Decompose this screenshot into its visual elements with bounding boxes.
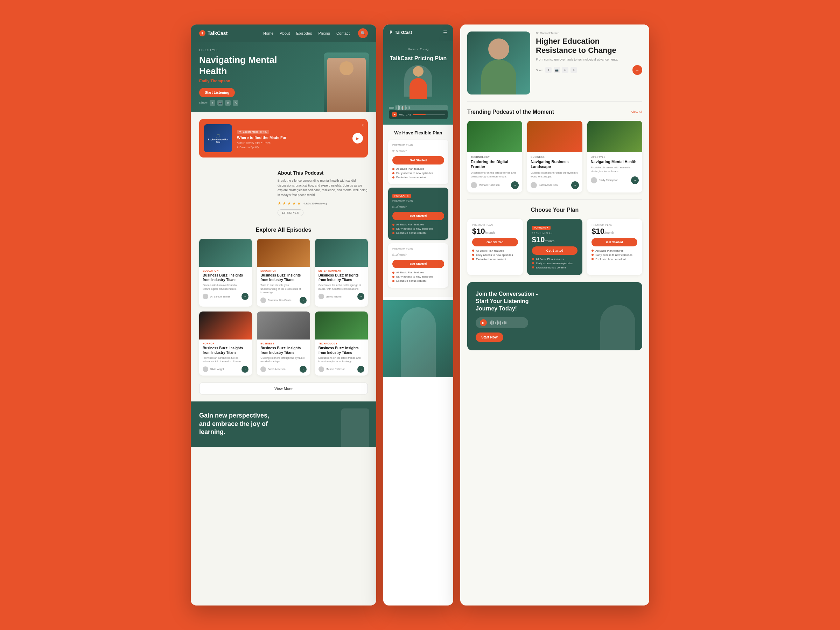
episode-footer-3: James Mitchell → <box>319 293 364 300</box>
logo-icon-2: 🎙 <box>389 30 393 35</box>
episode-arrow-2[interactable]: → <box>300 297 306 304</box>
navbar-2: 🎙 TalkCast ☰ <box>383 25 453 41</box>
episode-category-2: EDUCATION <box>261 270 306 272</box>
hero-2: Home › Pricing TalkCast Pricing Plan <box>383 41 453 125</box>
episode-title-2: Business Buzz: Insights from Industry Ti… <box>261 273 306 282</box>
hero-tag: LIFESTYLE <box>199 48 368 52</box>
cp-popular-badge-2: POPULAR ★ <box>532 226 551 230</box>
episode-thumb-5 <box>257 311 310 339</box>
hero-title-3: Higher Education Resistance to Change <box>536 37 642 55</box>
choose-grid: PREMIUM PLAN $10/month Get Started All B… <box>467 219 642 275</box>
start-listening-button[interactable]: Start Listening <box>199 88 235 97</box>
plan-price-2: $10/month <box>392 202 444 209</box>
episode-desc-3: Celebrates the universal language of mus… <box>319 284 364 291</box>
trending-card-3: LIFESTYLE Navigating Mental Health Provi… <box>587 121 642 193</box>
cp-get-btn-1[interactable]: Get Started <box>472 238 518 246</box>
cp-feature-1-2: Early access to new episodes <box>472 253 518 257</box>
spotify-icon: ♫ <box>361 123 364 127</box>
nav-home[interactable]: Home <box>263 31 273 35</box>
cp-label-3: PREMIUM PLAN <box>592 224 637 226</box>
episode-author-1: Dr. Samuel Turner <box>203 294 230 299</box>
view-all-link[interactable]: View All <box>632 110 642 114</box>
episode-thumb-4 <box>199 311 252 339</box>
episode-author-name-4: Olivia Wright <box>210 368 224 370</box>
bottom-person-shape <box>401 307 436 377</box>
share-linkedin-icon[interactable]: in <box>225 100 231 106</box>
panel-2: 🎙 TalkCast ☰ Home › Pricing TalkCast Pri… <box>383 25 453 605</box>
share-twitter-3[interactable]: 𝕏 <box>570 67 577 73</box>
trending-author-3: Emily Thompson <box>591 177 619 183</box>
progress-fill <box>413 114 426 115</box>
get-started-btn-2[interactable]: Get Started <box>392 212 444 220</box>
episode-arrow-3[interactable]: → <box>357 293 364 300</box>
cp-price-2: $10/month <box>532 236 578 243</box>
episode-thumb-1 <box>199 239 252 267</box>
trending-grid: TECHNOLOGY Exploring the Digital Frontie… <box>467 121 642 193</box>
share-facebook-3[interactable]: f <box>545 67 552 73</box>
trending-footer-3: Emily Thompson → <box>591 177 639 184</box>
episode-avatar-6 <box>319 366 324 372</box>
about-title: About This Podcast <box>278 170 368 176</box>
share-facebook-icon[interactable]: f <box>210 100 215 106</box>
plan-price-1: $10/month <box>392 146 444 153</box>
join-play-icon[interactable]: ▶ <box>480 319 487 326</box>
trending-arrow-3[interactable]: → <box>631 177 639 184</box>
cp-price-1: $10/month <box>472 227 518 235</box>
episode-title-1: Business Buzz: Insights from Industry Ti… <box>203 273 248 282</box>
logo-1[interactable]: 🎙 TalkCast <box>199 30 227 36</box>
get-started-btn-3[interactable]: Get Started <box>392 260 444 268</box>
cp-feature-1-1: All Basic Plan features <box>472 249 518 253</box>
trending-card-1: TECHNOLOGY Exploring the Digital Frontie… <box>467 121 522 193</box>
popular-badge-2: POPULAR ★ <box>392 194 411 198</box>
episode-card-6: TECHNOLOGY Business Buzz: Insights from … <box>315 311 368 376</box>
hamburger-icon[interactable]: ☰ <box>443 30 448 35</box>
episode-desc-2: Tune in and elevate your understanding a… <box>261 284 306 295</box>
cp-get-btn-3[interactable]: Get Started <box>592 238 637 246</box>
get-started-btn-1[interactable]: Get Started <box>392 156 444 164</box>
trending-body-3: LIFESTYLE Navigating Mental Health Provi… <box>587 152 642 188</box>
episode-author-name-3: James Mitchell <box>326 295 342 298</box>
share-button-3[interactable]: → <box>632 65 642 75</box>
cp-get-btn-2[interactable]: Get Started <box>532 246 578 255</box>
episode-card-5: BUSINESS Business Buzz: Insights from In… <box>257 311 310 376</box>
episode-arrow-4[interactable]: → <box>242 366 248 373</box>
episode-category-6: TECHNOLOGY <box>319 342 364 345</box>
nav-contact[interactable]: Contact <box>336 31 350 35</box>
trending-arrow-1[interactable]: → <box>511 181 519 189</box>
share-instagram-icon[interactable]: 📷 <box>217 100 223 106</box>
search-icon[interactable]: 🔍 <box>358 28 368 38</box>
cp-feature-1-3: Exclusive bonus content <box>472 257 518 261</box>
podcast-info: 🎙 Explore Made For You Where to find the… <box>237 128 347 148</box>
logo-2[interactable]: 🎙 TalkCast <box>389 30 412 35</box>
share-instagram-3[interactable]: 📷 <box>554 67 560 73</box>
episode-arrow-6[interactable]: → <box>357 366 364 373</box>
episode-author-name-5: Sarah Anderson <box>268 368 285 370</box>
episode-arrow-1[interactable]: → <box>242 293 248 300</box>
cp-feature-2-2: Early access to new episodes <box>532 262 578 265</box>
podcast-save[interactable]: ♥ Save on Spotify <box>237 145 347 149</box>
episode-body-1: EDUCATION Business Buzz: Insights from I… <box>199 267 252 303</box>
nav-about[interactable]: About <box>279 31 290 35</box>
nav-pricing[interactable]: Pricing <box>318 31 330 35</box>
share-linkedin-3[interactable]: in <box>562 67 568 73</box>
choose-title: Choose Your Plan <box>467 207 642 213</box>
wave-bar-3 <box>493 321 494 324</box>
trending-arrow-2[interactable]: → <box>571 181 579 189</box>
episodes-grid: EDUCATION Business Buzz: Insights from I… <box>191 239 376 382</box>
episode-title-3: Business Buzz: Insights from Industry Ti… <box>319 273 364 282</box>
trending-avatar-3 <box>591 177 597 183</box>
nav-episodes[interactable]: Episodes <box>296 31 312 35</box>
play-icon-2[interactable]: ▶ <box>392 112 397 117</box>
episode-card-4: HORROR Business Buzz: Insights from Indu… <box>199 311 252 376</box>
star-5: ★ <box>297 201 301 206</box>
about-section: About This Podcast Break the silence sur… <box>191 170 376 223</box>
start-now-button[interactable]: Start Now <box>476 333 503 342</box>
cp-feature-3-3: Exclusive bonus content <box>592 257 637 261</box>
episode-arrow-5[interactable]: → <box>300 366 306 373</box>
plan-feature-2-1: All Basic Plan features <box>392 223 444 226</box>
play-button[interactable]: ▶ <box>352 133 363 144</box>
share-twitter-icon[interactable]: 𝕏 <box>233 100 238 106</box>
view-more-button[interactable]: View More <box>199 382 368 395</box>
plan-feature-3-3: Exclusive bonus content <box>392 279 444 283</box>
progress-bar[interactable] <box>413 114 445 115</box>
